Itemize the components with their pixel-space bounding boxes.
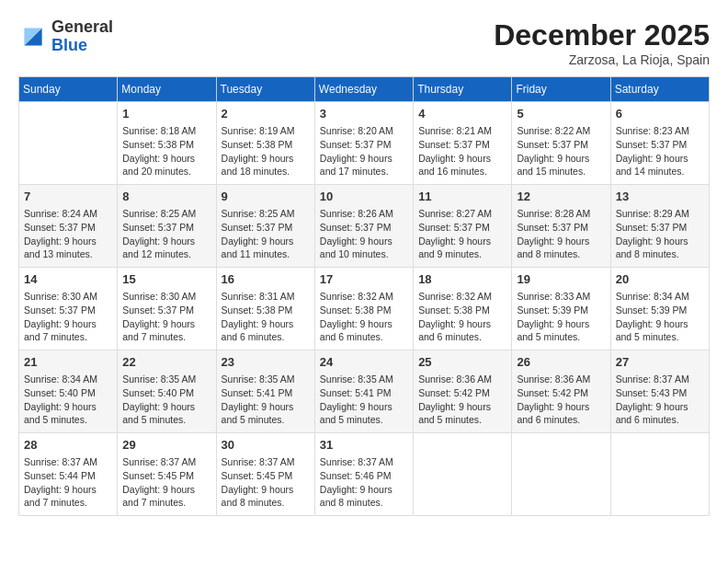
day-number: 16 [222, 271, 310, 288]
calendar-cell: 4Sunrise: 8:21 AM Sunset: 5:37 PM Daylig… [414, 102, 512, 185]
calendar-week-row: 21Sunrise: 8:34 AM Sunset: 5:40 PM Dayli… [19, 350, 710, 433]
day-number: 4 [418, 106, 506, 122]
day-info: Sunrise: 8:28 AM Sunset: 5:37 PM Dayligh… [517, 207, 605, 261]
day-info: Sunrise: 8:37 AM Sunset: 5:45 PM Dayligh… [222, 455, 310, 510]
day-number: 12 [517, 189, 605, 205]
day-number: 30 [222, 437, 310, 454]
day-info: Sunrise: 8:30 AM Sunset: 5:37 PM Dayligh… [122, 290, 210, 344]
day-info: Sunrise: 8:35 AM Sunset: 5:41 PM Dayligh… [222, 373, 310, 427]
day-number: 7 [24, 189, 112, 205]
day-number: 28 [24, 437, 112, 454]
day-info: Sunrise: 8:36 AM Sunset: 5:42 PM Dayligh… [517, 373, 605, 427]
day-info: Sunrise: 8:34 AM Sunset: 5:39 PM Dayligh… [616, 290, 704, 344]
calendar-cell: 29Sunrise: 8:37 AM Sunset: 5:45 PM Dayli… [118, 433, 216, 516]
day-number: 27 [616, 354, 704, 371]
day-info: Sunrise: 8:29 AM Sunset: 5:37 PM Dayligh… [616, 207, 704, 261]
day-info: Sunrise: 8:21 AM Sunset: 5:37 PM Dayligh… [418, 124, 506, 178]
logo-blue: Blue [51, 37, 113, 55]
header-saturday: Saturday [610, 77, 709, 102]
calendar-cell: 31Sunrise: 8:37 AM Sunset: 5:46 PM Dayli… [314, 433, 413, 516]
calendar-cell: 8Sunrise: 8:25 AM Sunset: 5:37 PM Daylig… [118, 185, 216, 268]
month-title: December 2025 [494, 18, 710, 52]
day-number: 5 [517, 106, 605, 122]
calendar-cell: 30Sunrise: 8:37 AM Sunset: 5:45 PM Dayli… [216, 433, 314, 516]
day-number: 1 [122, 106, 210, 122]
calendar-cell: 25Sunrise: 8:36 AM Sunset: 5:42 PM Dayli… [414, 350, 512, 433]
day-info: Sunrise: 8:24 AM Sunset: 5:37 PM Dayligh… [24, 207, 112, 261]
day-info: Sunrise: 8:31 AM Sunset: 5:38 PM Dayligh… [222, 290, 310, 344]
day-info: Sunrise: 8:35 AM Sunset: 5:40 PM Dayligh… [122, 373, 210, 427]
calendar-header-row: SundayMondayTuesdayWednesdayThursdayFrid… [19, 77, 710, 102]
calendar-cell: 13Sunrise: 8:29 AM Sunset: 5:37 PM Dayli… [610, 185, 709, 268]
calendar-cell: 28Sunrise: 8:37 AM Sunset: 5:44 PM Dayli… [19, 433, 118, 516]
calendar-week-row: 7Sunrise: 8:24 AM Sunset: 5:37 PM Daylig… [19, 185, 710, 268]
day-number: 11 [418, 189, 506, 205]
header-friday: Friday [512, 77, 610, 102]
day-number: 2 [222, 106, 310, 122]
title-block: December 2025 Zarzosa, La Rioja, Spain [494, 18, 710, 67]
calendar-cell: 11Sunrise: 8:27 AM Sunset: 5:37 PM Dayli… [414, 185, 512, 268]
calendar-cell: 7Sunrise: 8:24 AM Sunset: 5:37 PM Daylig… [19, 185, 118, 268]
day-number: 13 [616, 189, 704, 205]
day-number: 14 [24, 271, 112, 288]
day-number: 23 [222, 354, 310, 371]
calendar-cell: 23Sunrise: 8:35 AM Sunset: 5:41 PM Dayli… [216, 350, 314, 433]
header-tuesday: Tuesday [216, 77, 314, 102]
calendar-cell: 1Sunrise: 8:18 AM Sunset: 5:38 PM Daylig… [118, 102, 216, 185]
header-wednesday: Wednesday [314, 77, 413, 102]
calendar-cell: 14Sunrise: 8:30 AM Sunset: 5:37 PM Dayli… [19, 268, 118, 350]
calendar-cell: 18Sunrise: 8:32 AM Sunset: 5:38 PM Dayli… [414, 268, 512, 350]
calendar-cell: 9Sunrise: 8:25 AM Sunset: 5:37 PM Daylig… [216, 185, 314, 268]
page-header: General Blue December 2025 Zarzosa, La R… [18, 18, 710, 67]
day-number: 20 [616, 271, 704, 288]
header-monday: Monday [118, 77, 216, 102]
day-info: Sunrise: 8:34 AM Sunset: 5:40 PM Dayligh… [24, 373, 112, 427]
day-info: Sunrise: 8:37 AM Sunset: 5:43 PM Dayligh… [616, 373, 704, 427]
logo-icon [18, 22, 48, 52]
header-sunday: Sunday [19, 77, 118, 102]
calendar-table: SundayMondayTuesdayWednesdayThursdayFrid… [18, 76, 710, 516]
day-info: Sunrise: 8:25 AM Sunset: 5:37 PM Dayligh… [122, 207, 210, 261]
day-number: 29 [122, 437, 210, 454]
calendar-cell: 20Sunrise: 8:34 AM Sunset: 5:39 PM Dayli… [610, 268, 709, 350]
calendar-cell: 6Sunrise: 8:23 AM Sunset: 5:37 PM Daylig… [610, 102, 709, 185]
calendar-cell: 16Sunrise: 8:31 AM Sunset: 5:38 PM Dayli… [216, 268, 314, 350]
calendar-cell: 12Sunrise: 8:28 AM Sunset: 5:37 PM Dayli… [512, 185, 610, 268]
day-info: Sunrise: 8:26 AM Sunset: 5:37 PM Dayligh… [320, 207, 408, 261]
logo-text: General Blue [51, 18, 113, 55]
calendar-cell: 24Sunrise: 8:35 AM Sunset: 5:41 PM Dayli… [314, 350, 413, 433]
day-info: Sunrise: 8:23 AM Sunset: 5:37 PM Dayligh… [616, 124, 704, 178]
calendar-cell: 19Sunrise: 8:33 AM Sunset: 5:39 PM Dayli… [512, 268, 610, 350]
calendar-week-row: 28Sunrise: 8:37 AM Sunset: 5:44 PM Dayli… [19, 433, 710, 516]
calendar-cell [512, 433, 610, 516]
day-info: Sunrise: 8:30 AM Sunset: 5:37 PM Dayligh… [24, 290, 112, 344]
day-number: 21 [24, 354, 112, 371]
day-number: 19 [517, 271, 605, 288]
calendar-week-row: 14Sunrise: 8:30 AM Sunset: 5:37 PM Dayli… [19, 268, 710, 350]
day-number: 22 [122, 354, 210, 371]
day-number: 15 [122, 271, 210, 288]
day-number: 6 [616, 106, 704, 122]
day-info: Sunrise: 8:36 AM Sunset: 5:42 PM Dayligh… [418, 373, 506, 427]
day-number: 3 [320, 106, 408, 122]
calendar-cell [610, 433, 709, 516]
day-info: Sunrise: 8:22 AM Sunset: 5:37 PM Dayligh… [517, 124, 605, 178]
day-info: Sunrise: 8:37 AM Sunset: 5:44 PM Dayligh… [24, 455, 112, 510]
day-info: Sunrise: 8:18 AM Sunset: 5:38 PM Dayligh… [122, 124, 210, 178]
calendar-cell: 3Sunrise: 8:20 AM Sunset: 5:37 PM Daylig… [314, 102, 413, 185]
logo: General Blue [18, 18, 113, 55]
day-number: 18 [418, 271, 506, 288]
day-info: Sunrise: 8:33 AM Sunset: 5:39 PM Dayligh… [517, 290, 605, 344]
location: Zarzosa, La Rioja, Spain [494, 52, 710, 67]
day-info: Sunrise: 8:35 AM Sunset: 5:41 PM Dayligh… [320, 373, 408, 427]
day-info: Sunrise: 8:19 AM Sunset: 5:38 PM Dayligh… [222, 124, 310, 178]
calendar-cell: 17Sunrise: 8:32 AM Sunset: 5:38 PM Dayli… [314, 268, 413, 350]
day-info: Sunrise: 8:20 AM Sunset: 5:37 PM Dayligh… [320, 124, 408, 178]
day-number: 26 [517, 354, 605, 371]
day-info: Sunrise: 8:25 AM Sunset: 5:37 PM Dayligh… [222, 207, 310, 261]
day-number: 25 [418, 354, 506, 371]
day-number: 10 [320, 189, 408, 205]
day-info: Sunrise: 8:32 AM Sunset: 5:38 PM Dayligh… [418, 290, 506, 344]
calendar-cell: 21Sunrise: 8:34 AM Sunset: 5:40 PM Dayli… [19, 350, 118, 433]
calendar-cell: 26Sunrise: 8:36 AM Sunset: 5:42 PM Dayli… [512, 350, 610, 433]
